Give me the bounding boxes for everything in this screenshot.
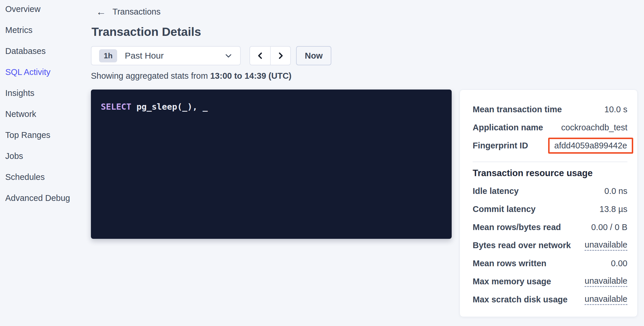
detail-value: cockroachdb_test bbox=[561, 123, 627, 132]
sidebar-item[interactable]: Network bbox=[5, 109, 87, 119]
sql-text: pg_sleep(_), _ bbox=[131, 102, 208, 112]
time-range-label: Past Hour bbox=[125, 51, 163, 61]
status-prefix: Showing aggregated stats from bbox=[91, 71, 210, 80]
time-controls: 1h Past Hour Now bbox=[91, 46, 644, 65]
detail-value: afdd4059a899442e bbox=[548, 138, 633, 154]
sidebar-item[interactable]: SQL Activity bbox=[5, 67, 87, 77]
chevron-right-icon bbox=[276, 51, 285, 60]
chevron-down-icon bbox=[224, 52, 233, 60]
now-button[interactable]: Now bbox=[296, 46, 331, 65]
sidebar: Overview Metrics Databases SQL Activity … bbox=[0, 0, 87, 214]
resource-label: Mean rows written bbox=[473, 259, 546, 268]
content-row: SELECT pg_sleep(_), _ Mean transaction t… bbox=[91, 90, 644, 317]
resource-value: 0.00 bbox=[611, 259, 627, 268]
resource-row: Bytes read over network unavailable bbox=[473, 236, 627, 254]
sidebar-item-label: SQL Activity bbox=[5, 67, 50, 77]
page-title: Transaction Details bbox=[92, 24, 644, 39]
sidebar-item[interactable]: Insights bbox=[5, 88, 87, 98]
resource-value: 13.8 µs bbox=[599, 204, 627, 214]
sidebar-item[interactable]: Top Ranges bbox=[5, 130, 87, 140]
sidebar-item[interactable]: Databases bbox=[5, 46, 87, 56]
summary-rows: Mean transaction time 10.0 s Application… bbox=[473, 100, 627, 155]
resource-value: unavailable bbox=[585, 276, 627, 287]
resource-row: Max memory usage unavailable bbox=[473, 272, 627, 290]
detail-label: Fingerprint ID bbox=[473, 141, 528, 150]
sidebar-item[interactable]: Schedules bbox=[5, 172, 87, 182]
time-pager bbox=[249, 46, 291, 65]
breadcrumb-link-transactions[interactable]: Transactions bbox=[112, 7, 161, 17]
resource-usage-heading: Transaction resource usage bbox=[473, 168, 627, 178]
divider bbox=[473, 162, 627, 162]
sql-keyword: SELECT bbox=[101, 102, 131, 112]
time-range-dropdown[interactable]: 1h Past Hour bbox=[91, 46, 241, 65]
detail-label: Mean transaction time bbox=[473, 105, 562, 114]
sidebar-item-label: Insights bbox=[5, 88, 34, 98]
resource-row: Max scratch disk usage unavailable bbox=[473, 290, 627, 309]
sidebar-item[interactable]: Metrics bbox=[5, 25, 87, 35]
resource-value: unavailable bbox=[585, 294, 627, 305]
resource-label: Bytes read over network bbox=[473, 241, 571, 250]
sidebar-item-label: Top Ranges bbox=[5, 130, 50, 140]
sidebar-item-label: Schedules bbox=[5, 172, 45, 182]
resource-label: Mean rows/bytes read bbox=[473, 222, 561, 232]
detail-row: Fingerprint ID afdd4059a899442e bbox=[473, 136, 627, 155]
sidebar-item-label: Network bbox=[5, 109, 36, 119]
resource-row: Commit latency 13.8 µs bbox=[473, 200, 627, 218]
status-range: 13:00 to 14:39 (UTC) bbox=[210, 71, 291, 80]
sidebar-item-label: Overview bbox=[5, 4, 41, 14]
sidebar-item[interactable]: Overview bbox=[5, 4, 87, 14]
time-range-badge: 1h bbox=[99, 49, 117, 62]
resource-value: unavailable bbox=[585, 240, 627, 251]
resource-label: Max scratch disk usage bbox=[473, 295, 568, 304]
sidebar-item[interactable]: Jobs bbox=[5, 151, 87, 161]
sidebar-item-label: Databases bbox=[5, 46, 46, 56]
resource-value: 0.00 / 0 B bbox=[591, 222, 627, 232]
resource-label: Max memory usage bbox=[473, 277, 551, 286]
detail-row: Application name cockroachdb_test bbox=[473, 118, 627, 136]
resource-row: Idle latency 0.0 ns bbox=[473, 182, 627, 200]
resource-row: Mean rows written 0.00 bbox=[473, 254, 627, 272]
detail-value: 10.0 s bbox=[604, 105, 627, 114]
next-time-button[interactable] bbox=[270, 47, 290, 65]
transaction-details-card: Mean transaction time 10.0 s Application… bbox=[460, 90, 638, 317]
resource-row: Mean rows/bytes read 0.00 / 0 B bbox=[473, 218, 627, 236]
sidebar-nav-list: Overview Metrics Databases SQL Activity … bbox=[5, 4, 87, 203]
aggregation-status: Showing aggregated stats from 13:00 to 1… bbox=[91, 71, 644, 81]
resource-label: Commit latency bbox=[473, 204, 536, 214]
sidebar-item-label: Metrics bbox=[5, 25, 32, 35]
resource-label: Idle latency bbox=[473, 186, 519, 196]
chevron-left-icon bbox=[256, 51, 265, 60]
main-content: ← Transactions Transaction Details 1h Pa… bbox=[91, 0, 644, 326]
detail-row: Mean transaction time 10.0 s bbox=[473, 100, 627, 118]
detail-label: Application name bbox=[473, 123, 543, 132]
breadcrumb: ← Transactions bbox=[96, 6, 644, 17]
sidebar-item-label: Jobs bbox=[5, 151, 23, 161]
sql-statement: SELECT pg_sleep(_), _ bbox=[101, 102, 442, 112]
prev-time-button[interactable] bbox=[250, 47, 270, 65]
sidebar-item-label: Advanced Debug bbox=[5, 193, 70, 203]
resource-value: 0.0 ns bbox=[604, 186, 627, 196]
resource-rows: Idle latency 0.0 ns Commit latency 13.8 … bbox=[473, 182, 627, 309]
sidebar-item[interactable]: Advanced Debug bbox=[5, 193, 87, 203]
sql-statement-box: SELECT pg_sleep(_), _ bbox=[91, 90, 452, 239]
arrow-left-icon[interactable]: ← bbox=[96, 7, 106, 17]
